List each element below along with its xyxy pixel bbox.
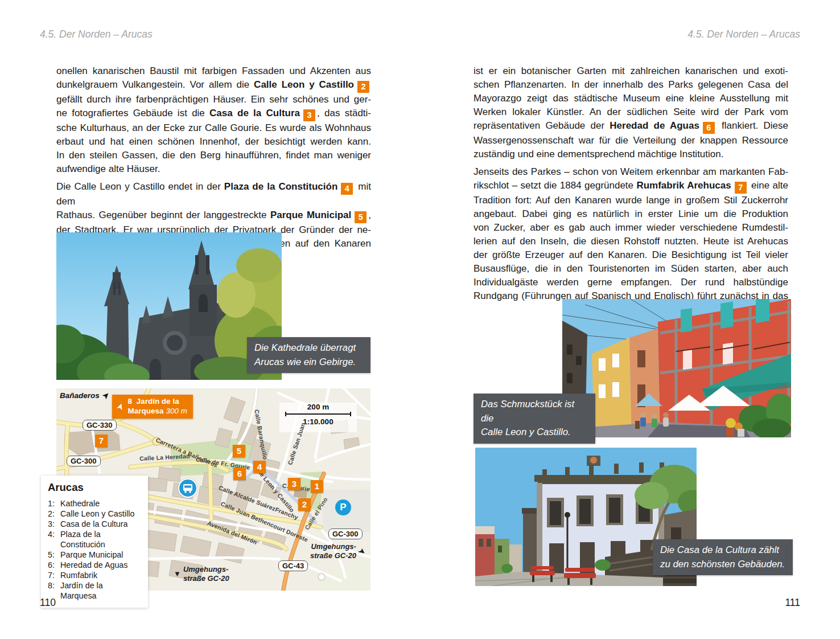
- inline-number-badge: 3: [303, 109, 315, 121]
- road-badge-gc300-west: GC-300: [67, 456, 101, 466]
- running-header-left: 4.5. Der Norden – Arucas: [40, 28, 153, 40]
- map-marker-4: 4: [253, 461, 266, 473]
- map-destination-banaderos: Bañaderos ➤: [60, 391, 109, 400]
- street-photo-caption: Das Schmuckstück ist die Calle Leon y Ca…: [473, 394, 595, 444]
- road-badge-gc43: GC-43: [278, 560, 308, 571]
- jardin-marquesa-dest-box: ➤ 8 Jardín de la Marquesa 300 m: [112, 395, 193, 419]
- caption-line: Die Casa de la Cultura zählt: [660, 543, 785, 558]
- bypass-label-east: Umgehungs-straße GC-20 ➤: [310, 542, 365, 560]
- dest-distance: 300 m: [166, 407, 187, 415]
- navigation-arrow-icon: ➤: [114, 402, 126, 412]
- parking-icon: P: [335, 499, 351, 515]
- map-marker-3: 3: [288, 478, 300, 490]
- caption-line: Arucas wie ein Gebirge.: [254, 355, 363, 370]
- inline-number-badge: 4: [341, 183, 353, 195]
- legend-item: 6:Heredad de Aguas: [48, 560, 141, 570]
- right-text-column: ist er ein botanischer Garten mit zahlre…: [473, 64, 788, 307]
- destination-text: Bañaderos: [60, 391, 100, 400]
- paragraph: onellen kanarischen Baustil mit farbigen…: [56, 64, 371, 176]
- map-marker-2: 2: [298, 498, 311, 511]
- paragraph: Jenseits des Parkes – schon von Weitem e…: [473, 165, 788, 303]
- dest-name-1: Jardín de la: [137, 397, 179, 405]
- legend-item: 1:Kathedrale: [48, 498, 141, 509]
- inline-number-badge: 7: [735, 182, 747, 194]
- page-number-left: 110: [40, 597, 56, 609]
- caption-line: zu den schönsten Gebäuden.: [660, 558, 785, 572]
- inline-number-badge: 5: [355, 211, 367, 223]
- map-legend: Arucas 1:Kathedrale 2:Calle Leon y Casti…: [41, 476, 148, 608]
- legend-title: Arucas: [48, 481, 141, 494]
- legend-item: 7:Rumfabrik: [48, 570, 141, 580]
- legend-item: 4:Plaza de la Constitución: [48, 529, 141, 550]
- cathedral-photo-caption: Die Kathedrale überragt Arucas wie ein G…: [247, 337, 370, 373]
- road-badge-gc300-east: GC-300: [328, 529, 363, 539]
- calle-leon-y-castillo-photo: [562, 299, 791, 437]
- legend-item: 5:Parque Municipal: [48, 550, 141, 560]
- dest-name-2: Marquesa: [128, 407, 164, 415]
- bus-station-icon: [178, 478, 197, 498]
- map-marker-5: 5: [233, 445, 245, 457]
- inline-number-badge: 6: [703, 122, 715, 134]
- road-badge-gc330: GC-330: [83, 420, 117, 431]
- casa-photo-caption: Die Casa de la Cultura zählt zu den schö…: [653, 539, 793, 575]
- bypass-label-south: ▼ Umgehungs-straße GC-20: [174, 565, 229, 583]
- inline-number-badge: 2: [357, 81, 369, 93]
- legend-item: 2:Calle Leon y Castillo: [48, 509, 141, 519]
- street-photo-art: [562, 299, 791, 437]
- page-number-right: 111: [785, 597, 800, 609]
- bus-glyph: [182, 484, 193, 493]
- dest-box-text: 8 Jardín de la Marquesa 300 m: [128, 397, 187, 416]
- dest-marker-number: 8: [128, 397, 133, 405]
- paragraph: ist er ein botanischer Garten mit zahlre…: [473, 64, 788, 161]
- legend-item: 3:Casa de la Cultura: [48, 519, 141, 529]
- map-marker-1: 1: [311, 480, 323, 493]
- map-scale: 200 m 1:10.000: [279, 403, 357, 432]
- scale-ratio: 1:10.000: [279, 417, 357, 426]
- scale-bar: [285, 412, 351, 416]
- caption-line: Die Kathedrale überragt: [254, 341, 363, 355]
- left-text-column: onellen kanarischen Baustil mit farbigen…: [56, 64, 371, 255]
- down-arrow-icon: ▼: [174, 570, 181, 579]
- map-marker-7: 7: [95, 435, 108, 447]
- scale-distance: 200 m: [279, 403, 357, 411]
- caption-line: Das Schmuckstück ist die: [481, 398, 588, 425]
- legend-item: 8:Jardín de la Marquesa: [48, 580, 141, 601]
- map-marker-6: 6: [233, 468, 246, 480]
- running-header-right: 4.5. Der Norden – Arucas: [687, 28, 800, 40]
- caption-line: Calle Leon y Castillo.: [481, 425, 588, 440]
